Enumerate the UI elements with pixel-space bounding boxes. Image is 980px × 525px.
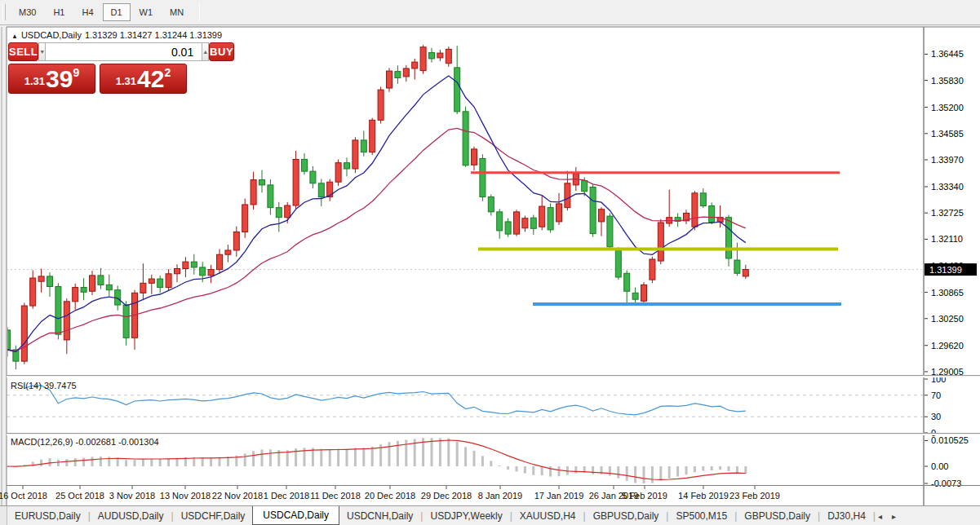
collapse-triangle-icon[interactable]: ▲ xyxy=(11,33,18,40)
spin-down-icon: ▼ xyxy=(39,49,45,55)
candle xyxy=(734,260,740,273)
candle xyxy=(30,278,36,306)
candle xyxy=(565,183,570,208)
candle xyxy=(21,306,27,361)
chart-title: ▲USDCAD,Daily1.31329 1.31427 1.31244 1.3… xyxy=(11,30,225,40)
candle xyxy=(472,149,477,165)
tab-usdcnh-daily[interactable]: USDCNH,Daily xyxy=(339,510,420,522)
tab-usdchf-daily[interactable]: USDCHF,Daily xyxy=(174,510,253,522)
candle xyxy=(217,254,223,269)
candle xyxy=(344,163,350,169)
candle xyxy=(293,159,299,205)
svg-text:3 Nov 2018: 3 Nov 2018 xyxy=(109,491,155,501)
candle xyxy=(353,140,358,169)
candle xyxy=(157,279,163,287)
buy-price-quote[interactable]: 1.31 42 2 xyxy=(100,64,187,94)
svg-text:1.32110: 1.32110 xyxy=(931,234,963,244)
candle xyxy=(395,72,401,78)
tab-bar-stub[interactable] xyxy=(0,506,7,525)
volume-increase-button[interactable]: ▲ xyxy=(202,42,209,61)
spin-up-icon: ▲ xyxy=(202,49,208,55)
candle xyxy=(318,183,324,197)
candle xyxy=(302,159,308,171)
sell-button[interactable]: SELL xyxy=(8,42,38,61)
buy-price-main: 42 xyxy=(137,68,164,90)
macd-indicator-label: MACD(12,26,9) -0.002681 -0.001304 xyxy=(11,437,159,447)
candle xyxy=(378,90,384,120)
svg-text:8 Jan 2019: 8 Jan 2019 xyxy=(478,491,522,501)
candle xyxy=(463,112,468,165)
tab-usdcad-daily[interactable]: USDCAD,Daily xyxy=(252,506,339,525)
candle xyxy=(225,250,231,254)
candle xyxy=(480,158,486,196)
svg-text:1.33970: 1.33970 xyxy=(931,155,964,165)
svg-text:1 Dec 2018: 1 Dec 2018 xyxy=(264,491,309,501)
candle xyxy=(276,208,282,218)
volume-input[interactable] xyxy=(46,42,202,61)
candle xyxy=(412,62,418,68)
candle xyxy=(505,222,511,234)
svg-text:1.29620: 1.29620 xyxy=(931,341,964,351)
candle xyxy=(446,49,451,63)
tab-xauusd-h4[interactable]: XAUUSD,H4 xyxy=(512,510,583,522)
candle xyxy=(191,262,197,267)
svg-text:20 Dec 2018: 20 Dec 2018 xyxy=(365,491,415,501)
candle xyxy=(420,47,426,71)
candle xyxy=(106,285,112,289)
tab-gbpusd-daily[interactable]: GBPUSD,Daily xyxy=(586,510,667,522)
sell-price-prefix: 1.31 xyxy=(24,75,45,87)
candle xyxy=(403,68,409,77)
candle xyxy=(361,140,366,152)
candle xyxy=(166,274,171,288)
tab-sp500-m15[interactable]: SP500,M15 xyxy=(668,510,734,522)
candle xyxy=(64,302,69,340)
buy-price-pip: 2 xyxy=(164,66,171,79)
svg-text:0.00: 0.00 xyxy=(931,461,948,471)
tab-gbpusd-daily[interactable]: GBPUSD,Daily xyxy=(737,510,818,522)
svg-text:14 Feb 2019: 14 Feb 2019 xyxy=(678,491,729,501)
svg-text:70: 70 xyxy=(931,390,941,400)
candle xyxy=(285,205,290,218)
svg-text:1.34585: 1.34585 xyxy=(931,129,964,139)
chart-symbol-label: USDCAD,Daily xyxy=(21,30,82,40)
candle xyxy=(90,276,95,291)
candle xyxy=(140,283,146,293)
svg-text:22 Nov 2018: 22 Nov 2018 xyxy=(212,491,263,501)
candle xyxy=(615,250,621,277)
svg-text:11 Dec 2018: 11 Dec 2018 xyxy=(310,491,361,501)
candle xyxy=(370,120,375,152)
svg-text:25 Oct 2018: 25 Oct 2018 xyxy=(55,491,104,501)
tab-usdjpy-weekly[interactable]: USDJPY,Weekly xyxy=(423,510,509,522)
sell-price-quote[interactable]: 1.31 39 9 xyxy=(8,64,95,94)
svg-text:1.30250: 1.30250 xyxy=(931,314,964,324)
candle xyxy=(539,206,545,227)
svg-text:23 Feb 2019: 23 Feb 2019 xyxy=(729,491,780,501)
candle xyxy=(233,232,239,250)
candle xyxy=(81,288,86,293)
candle xyxy=(455,68,460,112)
candle xyxy=(183,262,188,268)
candle xyxy=(557,204,562,222)
buy-price-prefix: 1.31 xyxy=(116,75,136,87)
candle xyxy=(38,276,44,281)
tab-scroll-right-icon[interactable]: ▸ xyxy=(892,512,896,521)
buy-button[interactable]: BUY xyxy=(209,42,234,61)
candle xyxy=(709,206,715,223)
candle xyxy=(624,273,630,291)
tab-audusd-daily[interactable]: AUDUSD,Daily xyxy=(91,510,171,522)
candle xyxy=(73,288,78,302)
candle xyxy=(387,71,392,88)
tab-scroll-left-icon[interactable]: ◂ xyxy=(878,512,882,521)
candle xyxy=(259,180,265,185)
candle xyxy=(700,193,706,206)
candle xyxy=(149,279,154,283)
volume-decrease-button[interactable]: ▼ xyxy=(38,42,46,61)
rsi-indicator-label: RSI(14) 39.7475 xyxy=(11,381,77,390)
sell-price-pip: 9 xyxy=(73,66,79,79)
tab-dj30-h4[interactable]: DJ30,H4 xyxy=(820,510,873,522)
candle xyxy=(607,216,613,247)
svg-text:1.30865: 1.30865 xyxy=(931,288,964,298)
tab-eurusd-daily[interactable]: EURUSD,Daily xyxy=(7,510,88,522)
svg-text:1.35830: 1.35830 xyxy=(931,76,964,86)
one-click-trading-panel: SELL ▼ ▲ BUY 1.31 39 9 1.31 42 2 xyxy=(8,42,187,94)
